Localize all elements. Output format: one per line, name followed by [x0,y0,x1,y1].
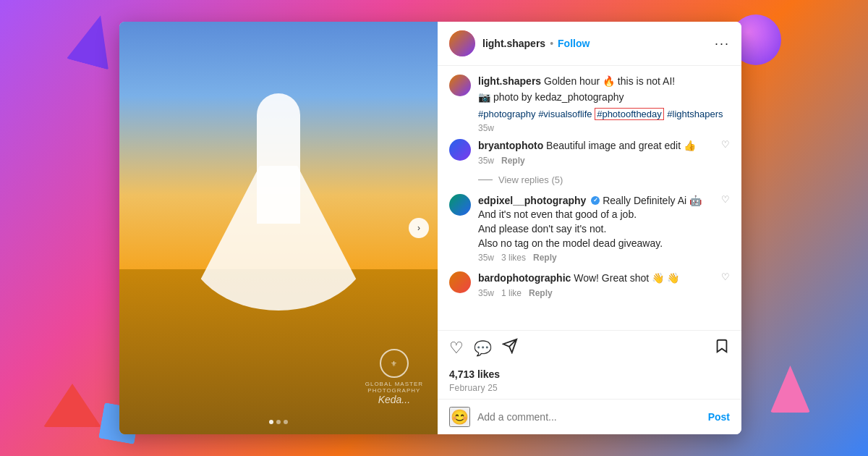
comment-action-button[interactable]: 💬 [474,339,492,357]
comment-body-bryan: bryantophoto Beautiful image and great e… [478,139,721,166]
comment-avatar-bryan [449,139,471,161]
dot-3 [284,420,288,424]
post-author-avatar [449,30,475,56]
hashtag-visualsoflife[interactable]: #visualsoflife [538,109,595,119]
dot-2 [276,420,281,424]
caption-author-avatar [449,75,471,96]
figure-area [213,93,344,311]
post-header: light.shapers • Follow ··· [438,22,741,66]
bg-triangle-purple [67,9,122,69]
comment-avatar-bardo [449,271,471,293]
caption-time: 35w [478,123,723,133]
likes-count: 4,713 likes [438,366,741,383]
comment-time-bardo: 35w [478,288,494,298]
view-replies-line [478,180,493,180]
comment-time-edpixel: 35w [478,253,494,263]
caption-row: light.shapers Golden hour 🔥 this is not … [449,75,730,133]
comment-meta-bryan: 35w Reply [478,156,721,166]
comment-body-edpixel: edpixel__photography Really Definitely A… [478,194,721,263]
bg-triangle-red [43,384,101,427]
hashtag-lightshapers[interactable]: #lightshapers [667,109,723,119]
comment-like-edpixel[interactable]: ♡ [721,194,730,205]
comment-username-edpixel[interactable]: edpixel__photography [478,195,586,206]
comment-content-bardo: Wow! Great shot 👋 👋 [574,272,679,284]
caption-hashtags: #photography #visualsoflife #photoofthed… [478,107,723,120]
follow-button[interactable]: Follow [558,38,590,49]
watermark-subtitle: PHOTOGRAPHY [365,387,423,394]
view-replies-bryan[interactable]: View replies (5) [478,174,730,185]
like-action-button[interactable]: ♡ [449,339,464,358]
instagram-post-card: › ⚜ GLOBAL MASTER PHOTOGRAPHY Keda... li… [119,22,741,434]
comment-avatar-edpixel [449,194,471,216]
watermark-signature: Keda... [365,394,423,405]
comment-text-bardo: bardophotographic Wow! Great shot 👋 👋 [478,271,721,286]
comment-body-bardo: bardophotographic Wow! Great shot 👋 👋 35… [478,271,721,298]
share-action-button[interactable] [502,338,518,358]
watermark: ⚜ GLOBAL MASTER PHOTOGRAPHY Keda... [365,349,423,405]
caption-photo-credit: 📷 photo by kedaz_photography [478,90,723,105]
comment-username-bardo[interactable]: bardophotographic [478,272,571,284]
comment-like-bardo[interactable]: ♡ [721,271,730,282]
caption-body: light.shapers Golden hour 🔥 this is not … [478,75,723,133]
photo-credit-text: 📷 photo by kedaz_photography [478,91,624,103]
comment-reply-edpixel[interactable]: Reply [533,253,557,263]
caption-text: light.shapers Golden hour 🔥 this is not … [478,75,723,89]
comment-input-row: 😊 Post [438,399,741,434]
image-dots-indicator [269,420,288,424]
next-image-arrow[interactable]: › [409,218,429,238]
comment-bryantophoto: bryantophoto Beautiful image and great e… [449,139,730,166]
comment-edpixel: edpixel__photography Really Definitely A… [449,194,730,263]
emoji-picker-button[interactable]: 😊 [449,407,470,427]
post-date: February 25 [438,383,741,399]
comment-text-edpixel: edpixel__photography Really Definitely A… [478,194,721,250]
comment-like-bryan[interactable]: ♡ [721,139,730,150]
comment-reply-bardo[interactable]: Reply [529,288,553,298]
watermark-brand: GLOBAL MASTER [365,381,423,387]
post-author-username[interactable]: light.shapers [482,38,545,49]
comment-meta-edpixel: 35w 3 likes Reply [478,253,721,263]
hashtag-photography[interactable]: #photography [478,109,538,119]
post-content-area: light.shapers Golden hour 🔥 this is not … [438,66,741,330]
comment-text-bryan: bryantophoto Beautiful image and great e… [478,139,721,153]
comment-likes-edpixel: 3 likes [501,253,526,263]
comment-reply-bryan[interactable]: Reply [501,156,525,166]
comment-input-field[interactable] [477,411,708,423]
post-image-panel: › ⚜ GLOBAL MASTER PHOTOGRAPHY Keda... [119,22,438,434]
comment-likes-bardo: 1 like [501,288,522,298]
bg-triangle-pink [770,366,810,413]
comment-meta-bardo: 35w 1 like Reply [478,288,721,298]
post-right-panel: light.shapers • Follow ··· light.shapers… [438,22,741,434]
comment-username-bryan[interactable]: bryantophoto [478,140,543,151]
view-replies-label[interactable]: View replies (5) [498,174,563,185]
hashtag-photooftheday[interactable]: #photooftheday [595,108,664,120]
comment-content-bryan: Beautiful image and great edit 👍 [546,140,696,151]
dot-1 [269,420,273,424]
verified-badge-edpixel [591,196,600,205]
bookmark-action-button[interactable] [714,338,730,358]
header-separator: • [550,38,553,49]
caption-main-text: Golden hour 🔥 this is not AI! [544,75,675,87]
post-comment-button[interactable]: Post [708,411,730,423]
watermark-logo-icon: ⚜ [380,349,409,378]
comment-time-bryan: 35w [478,156,494,166]
caption-username[interactable]: light.shapers [478,75,541,87]
comment-bardo: bardophotographic Wow! Great shot 👋 👋 35… [449,271,730,298]
post-actions-bar: ♡ 💬 [438,330,741,366]
more-options-button[interactable]: ··· [715,37,730,50]
